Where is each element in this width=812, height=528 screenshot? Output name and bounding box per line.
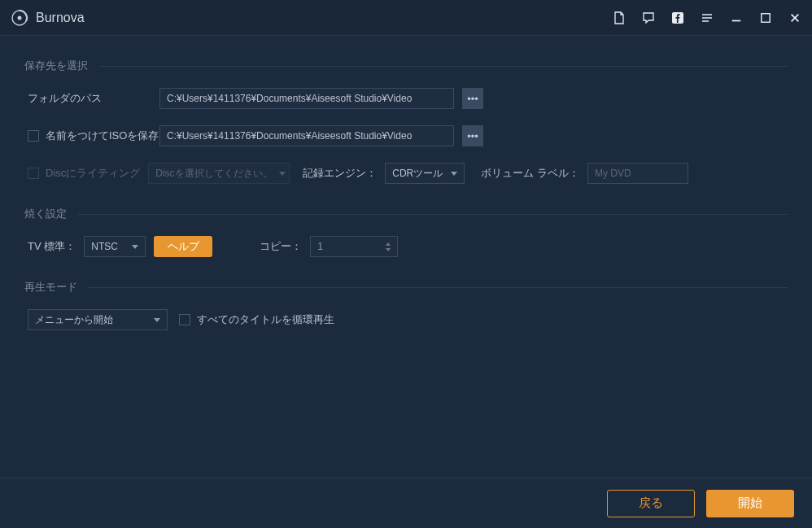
- ellipsis-icon: •••: [467, 130, 478, 142]
- volume-placeholder: My DVD: [595, 168, 631, 179]
- chevron-down-icon: [132, 245, 138, 249]
- maximize-icon[interactable]: [758, 11, 773, 25]
- tv-standard-dropdown[interactable]: NTSC: [84, 236, 146, 257]
- folder-path-label: フォルダのパス: [28, 91, 151, 106]
- volume-label-input[interactable]: My DVD: [587, 163, 688, 184]
- section-title-text: 保存先を選択: [24, 59, 88, 73]
- titlebar-controls: [612, 11, 802, 25]
- row-iso-save: 名前をつけてISOを保存 C:¥Users¥1411376¥Documents¥…: [24, 125, 788, 146]
- spinner-up-icon[interactable]: [386, 242, 391, 246]
- svg-point-1: [18, 15, 22, 20]
- start-button[interactable]: 開始: [706, 490, 794, 517]
- iso-path-value: C:¥Users¥1411376¥Documents¥Aiseesoft Stu…: [167, 130, 412, 142]
- folder-path-input[interactable]: C:¥Users¥1411376¥Documents¥Aiseesoft Stu…: [159, 88, 454, 109]
- main-content: 保存先を選択 フォルダのパス C:¥Users¥1411376¥Document…: [0, 36, 812, 330]
- minimize-icon[interactable]: [729, 11, 744, 25]
- loop-all-label: すべてのタイトルを循環再生: [197, 312, 334, 327]
- loop-checkbox-wrap[interactable]: すべてのタイトルを循環再生: [179, 312, 334, 327]
- facebook-icon[interactable]: [670, 11, 685, 25]
- iso-path-input[interactable]: C:¥Users¥1411376¥Documents¥Aiseesoft Stu…: [159, 125, 454, 146]
- section-title-text: 再生モード: [24, 280, 77, 295]
- engine-value: CDRツール: [392, 167, 444, 181]
- section-burn-settings: 焼く設定 TV 標準： NTSC ヘルプ コピー： 1: [24, 207, 788, 257]
- help-button[interactable]: ヘルプ: [154, 236, 212, 257]
- burnova-logo-icon: [10, 8, 29, 28]
- row-play-mode: メニューから開始 すべてのタイトルを循環再生: [24, 309, 788, 330]
- section-title-save: 保存先を選択: [24, 59, 788, 73]
- row-tv-standard: TV 標準： NTSC ヘルプ コピー： 1: [24, 236, 788, 257]
- engine-dropdown[interactable]: CDRツール: [385, 163, 465, 184]
- row-folder-path: フォルダのパス C:¥Users¥1411376¥Documents¥Aisee…: [24, 88, 788, 109]
- footer-bar: 戻る 開始: [0, 478, 812, 528]
- speech-bubble-icon[interactable]: [641, 11, 656, 25]
- section-play-mode: 再生モード メニューから開始 すべてのタイトルを循環再生: [24, 280, 788, 330]
- back-button[interactable]: 戻る: [607, 490, 695, 517]
- browse-iso-button[interactable]: •••: [462, 125, 483, 146]
- copy-label: コピー：: [260, 239, 302, 254]
- iso-checkbox-wrap[interactable]: 名前をつけてISOを保存: [28, 129, 151, 143]
- chevron-down-icon: [154, 318, 160, 322]
- volume-label: ボリューム ラベル：: [481, 166, 579, 181]
- file-icon[interactable]: [612, 11, 626, 25]
- app-title: Burnova: [36, 11, 85, 25]
- play-mode-dropdown[interactable]: メニューから開始: [28, 309, 168, 330]
- disc-checkbox-label: Discにライティング: [46, 166, 140, 181]
- iso-checkbox[interactable]: [28, 130, 39, 142]
- ellipsis-icon: •••: [467, 93, 478, 105]
- close-icon[interactable]: [788, 11, 802, 25]
- title-bar: Burnova: [0, 0, 812, 36]
- loop-all-checkbox[interactable]: [179, 314, 190, 325]
- section-title-text: 焼く設定: [24, 207, 67, 221]
- tv-standard-label: TV 標準：: [28, 239, 76, 254]
- browse-folder-button[interactable]: •••: [462, 88, 483, 109]
- engine-label: 記録エンジン：: [303, 166, 377, 181]
- section-title-play: 再生モード: [24, 280, 788, 295]
- svg-rect-3: [762, 13, 771, 22]
- copy-count-value: 1: [317, 241, 386, 252]
- disc-select-value: Discを選択してください。: [155, 167, 272, 181]
- section-save-destination: 保存先を選択 フォルダのパス C:¥Users¥1411376¥Document…: [24, 59, 788, 184]
- copy-count-spinner[interactable]: 1: [310, 236, 398, 257]
- tv-standard-value: NTSC: [91, 241, 125, 252]
- app-logo: Burnova: [10, 8, 85, 28]
- help-button-label: ヘルプ: [168, 239, 199, 254]
- spinner-down-icon[interactable]: [386, 248, 391, 251]
- start-button-label: 開始: [738, 495, 762, 511]
- row-disc-write: Discにライティング Discを選択してください。 記録エンジン： CDRツー…: [24, 163, 788, 184]
- chevron-down-icon: [279, 172, 286, 176]
- chevron-down-icon: [451, 172, 457, 176]
- folder-path-value: C:¥Users¥1411376¥Documents¥Aiseesoft Stu…: [167, 93, 412, 104]
- iso-checkbox-label: 名前をつけてISOを保存: [46, 129, 159, 143]
- play-mode-value: メニューから開始: [35, 313, 147, 327]
- disc-checkbox-wrap[interactable]: Discにライティング: [28, 166, 140, 181]
- back-button-label: 戻る: [639, 495, 663, 511]
- disc-checkbox[interactable]: [28, 168, 39, 179]
- section-title-burn: 焼く設定: [24, 207, 788, 221]
- disc-select-dropdown: Discを選択してください。: [148, 163, 290, 184]
- menu-icon[interactable]: [700, 11, 714, 25]
